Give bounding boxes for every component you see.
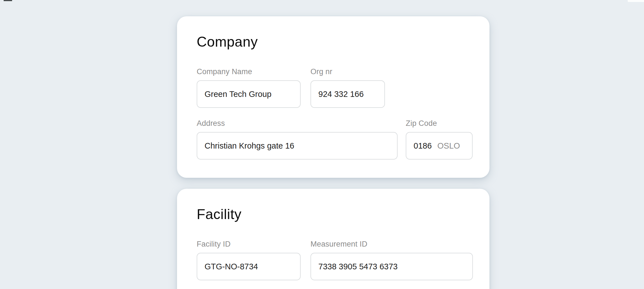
company-name-field: Company Name Green Tech Group	[197, 67, 301, 108]
address-label: Address	[197, 119, 398, 128]
org-nr-value: 924 332 166	[318, 90, 364, 99]
measurement-id-label: Measurement ID	[310, 240, 473, 249]
org-nr-label: Org nr	[310, 67, 385, 76]
page-background: { "colors": { "background": "#e9eef2", "…	[0, 0, 644, 289]
company-card: Company Company Name Green Tech Group Or…	[177, 16, 489, 178]
zip-code-field: Zip Code 0186 OSLO	[406, 119, 473, 160]
facility-id-label: Facility ID	[197, 240, 301, 249]
facility-id-input[interactable]: GTG-NO-8734	[197, 253, 301, 280]
address-field: Address Christian Krohgs gate 16	[197, 119, 398, 160]
address-input[interactable]: Christian Krohgs gate 16	[197, 132, 398, 160]
address-value: Christian Krohgs gate 16	[205, 141, 294, 151]
zip-code-label: Zip Code	[406, 119, 473, 128]
company-name-label: Company Name	[197, 67, 301, 76]
top-right-cutoff-fragment	[628, 0, 644, 2]
measurement-id-input[interactable]: 7338 3905 5473 6373	[310, 253, 473, 280]
measurement-id-value: 7338 3905 5473 6373	[318, 262, 398, 271]
zip-code-value: 0186	[414, 141, 432, 151]
company-name-value: Green Tech Group	[205, 90, 271, 99]
company-name-input[interactable]: Green Tech Group	[197, 80, 301, 108]
facility-card-title: Facility	[197, 206, 473, 222]
company-row-1: Company Name Green Tech Group Org nr 924…	[197, 67, 473, 108]
company-row-2: Address Christian Krohgs gate 16 Zip Cod…	[197, 119, 473, 160]
zip-code-input[interactable]: 0186 OSLO	[406, 132, 473, 160]
facility-card: Facility Facility ID GTG-NO-8734 Measure…	[177, 189, 489, 289]
zip-city-value: OSLO	[437, 141, 460, 151]
org-nr-field: Org nr 924 332 166	[310, 67, 385, 108]
company-card-title: Company	[197, 34, 473, 50]
facility-id-field: Facility ID GTG-NO-8734	[197, 240, 301, 280]
facility-row-1: Facility ID GTG-NO-8734 Measurement ID 7…	[197, 240, 473, 280]
top-left-cutoff-fragment	[4, 0, 12, 1]
org-nr-input[interactable]: 924 332 166	[310, 80, 385, 108]
measurement-id-field: Measurement ID 7338 3905 5473 6373	[310, 240, 473, 280]
facility-id-value: GTG-NO-8734	[205, 262, 258, 271]
